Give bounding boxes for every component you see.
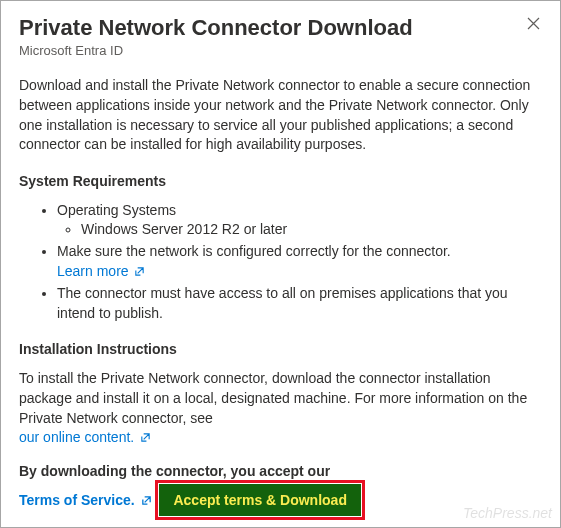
tos-label: Terms of Service. <box>19 492 135 508</box>
list-item: Make sure the network is configured corr… <box>57 242 542 282</box>
download-highlight-frame: Accept terms & Download <box>155 480 364 520</box>
list-item: The connector must have access to all on… <box>57 284 542 323</box>
dialog-title: Private Network Connector Download <box>19 15 413 41</box>
dialog-subtitle: Microsoft Entra ID <box>19 43 413 58</box>
accept-heading: By downloading the connector, you accept… <box>19 463 542 479</box>
installation-instructions-heading: Installation Instructions <box>19 341 542 357</box>
list-item: Windows Server 2012 R2 or later <box>81 220 542 240</box>
system-requirements-list: Operating Systems Windows Server 2012 R2… <box>19 201 542 324</box>
intro-text: Download and install the Private Network… <box>19 76 542 154</box>
os-label: Operating Systems <box>57 202 176 218</box>
list-item: Operating Systems Windows Server 2012 R2… <box>57 201 542 240</box>
install-text: To install the Private Network connector… <box>19 370 527 425</box>
close-icon <box>527 17 540 30</box>
network-text: Make sure the network is configured corr… <box>57 243 451 259</box>
system-requirements-heading: System Requirements <box>19 173 542 189</box>
terms-of-service-link[interactable]: Terms of Service. <box>19 492 152 509</box>
external-link-icon <box>141 493 152 509</box>
external-link-icon <box>140 429 151 449</box>
external-link-icon <box>134 263 145 283</box>
online-content-link[interactable]: our online content. <box>19 429 151 445</box>
online-content-label: our online content. <box>19 429 134 445</box>
learn-more-link[interactable]: Learn more <box>57 263 145 279</box>
close-button[interactable] <box>525 15 542 32</box>
learn-more-label: Learn more <box>57 263 129 279</box>
watermark-text: TechPress.net <box>463 505 552 521</box>
accept-download-button[interactable]: Accept terms & Download <box>159 484 360 516</box>
install-paragraph: To install the Private Network connector… <box>19 369 542 448</box>
